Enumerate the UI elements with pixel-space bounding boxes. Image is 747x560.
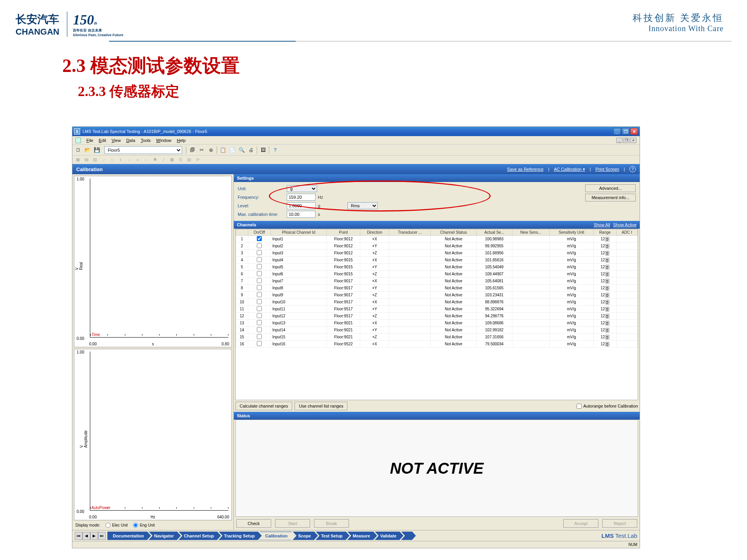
toolbar-btn-1[interactable]: 🗐 [188,146,196,154]
tb2-9[interactable]: − [142,156,150,163]
channels-table-area[interactable]: On/OffPhisical Channel IdPointDirectionT… [235,229,638,400]
tb2-3[interactable]: ▨ [91,156,99,163]
col-header[interactable]: Direction [360,229,389,236]
picture-icon[interactable]: 🖼 [259,146,267,154]
channel-onoff-checkbox[interactable] [257,243,262,248]
tab-test-setup[interactable]: Test Setup [316,532,349,540]
radio-elec-unit[interactable]: Elec Unit [105,523,128,528]
table-row[interactable]: 13 Input13Floor:9021+X Not Active109.086… [236,320,638,327]
col-header[interactable]: Channel Status [431,229,477,236]
show-active-link[interactable]: Show Active [613,222,637,227]
new-icon[interactable]: 🗋 [74,146,82,154]
level-type-select[interactable]: Rms [347,202,378,209]
tb2-13[interactable]: ☰ [177,156,184,163]
tb2-1[interactable]: ▦ [74,156,82,163]
tb2-12[interactable]: ▦ [168,156,176,163]
tb2-8[interactable]: + [134,156,142,163]
menu-window[interactable]: Window [156,138,171,143]
calib-time-input[interactable] [287,211,316,218]
tab-scope[interactable]: Scope [293,532,318,540]
doc-close-button[interactable]: × [630,138,637,143]
tb2-7[interactable]: ⟋ [125,156,133,163]
paste-icon[interactable]: 📄 [228,146,237,154]
channel-onoff-checkbox[interactable] [257,285,262,290]
section-select[interactable]: Floor5 [104,146,182,154]
doc-restore-button[interactable]: ❐ [623,138,630,143]
tab-tracking-setup[interactable]: Tracking Setup [219,532,262,540]
ac-calibration-link[interactable]: AC Calibration ▾ [554,167,585,172]
channel-onoff-checkbox[interactable] [257,341,262,346]
help-circle-icon[interactable]: ? [630,166,636,172]
table-row[interactable]: 10 Input10Floor:9517+X Not Active88.8988… [236,299,638,306]
open-icon[interactable]: 📂 [83,146,92,154]
level-input[interactable] [287,202,316,209]
cut-icon[interactable]: ✂ [197,146,206,154]
col-header[interactable]: Range [594,229,617,236]
channel-onoff-checkbox[interactable] [257,320,262,325]
channel-onoff-checkbox[interactable] [257,257,262,262]
nav-prev-button[interactable]: ◀ [82,532,90,540]
channel-onoff-checkbox[interactable] [257,313,262,318]
copy-icon[interactable]: 📋 [219,146,227,154]
unit-select[interactable]: g [287,185,317,192]
frequency-input[interactable] [287,194,316,201]
table-row[interactable]: 9 Input9Floor:9017+Z Not Active103.23431… [236,292,638,299]
table-row[interactable]: 15 Input15Floor:9021+Z Not Active107.316… [236,334,638,341]
minimize-button[interactable]: _ [613,128,621,135]
measurement-info-button[interactable]: Measurement info... [585,194,636,201]
col-header[interactable]: New Sens... [512,229,549,236]
menu-help[interactable]: Help [177,138,186,143]
tb2-2[interactable]: ▤ [82,156,90,163]
table-row[interactable]: 3 Input3Floor:9012+Z Not Active101.68956… [236,250,638,257]
break-button[interactable]: Break [314,519,349,528]
tb2-14[interactable]: ▤ [185,156,193,163]
table-row[interactable]: 5 Input5Floor:9015+Y Not Active105.54049… [236,264,638,271]
channel-onoff-checkbox[interactable] [257,327,262,332]
nav-next-button[interactable]: ▶ [90,532,98,540]
channel-onoff-checkbox[interactable] [257,278,262,283]
close-button[interactable]: ✕ [630,128,638,135]
calc-ranges-button[interactable]: Calculate channel ranges [235,402,292,410]
tab-navigator[interactable]: Navigator [149,532,181,540]
channels-table[interactable]: On/OffPhisical Channel IdPointDirectionT… [236,229,638,348]
col-header[interactable]: Transducer ... [389,229,431,236]
table-row[interactable]: 7 Input7Floor:9017+X Not Active105.64081… [236,278,638,285]
doc-minimize-button[interactable]: _ [616,138,622,143]
channel-onoff-checkbox[interactable] [257,250,262,255]
channel-onoff-checkbox[interactable] [257,334,262,339]
help-icon[interactable]: ? [271,146,279,154]
col-header[interactable]: On/Off [248,229,270,236]
chart-time[interactable]: 1.00 V Real Time 0.00 0.00 s 0.80 [74,176,232,347]
save-reference-link[interactable]: Save as Reference [507,167,544,172]
table-row[interactable]: 6 Input6Floor:9015+Z Not Active108.44907… [236,271,638,278]
channel-onoff-checkbox[interactable] [257,306,262,311]
col-header[interactable]: ADC I [616,229,637,236]
autorange-checkbox[interactable]: Autorange before Calibration [577,404,638,409]
col-header[interactable] [236,229,248,236]
check-button[interactable]: Check [236,519,271,528]
use-list-ranges-button[interactable]: Use channel list ranges [295,402,347,410]
tab-validate[interactable]: Validate [375,532,403,540]
target-icon[interactable]: ⊕ [207,146,215,154]
menu-view[interactable]: View [112,138,121,143]
advanced-button[interactable]: Advanced... [585,184,636,192]
table-row[interactable]: 1 Input1Floor:9012+X Not Active100.98983… [236,236,638,243]
tb2-10[interactable]: ✱ [151,156,159,163]
save-icon[interactable]: 💾 [93,146,101,154]
table-row[interactable]: 4 Input4Floor:9015+X Not Active101.65616… [236,257,638,264]
col-header[interactable]: Phisical Channel Id [270,229,326,236]
tb2-11[interactable]: / [160,156,167,163]
table-row[interactable]: 12 Input12Floor:9517+Z Not Active94.2987… [236,313,638,320]
table-row[interactable]: 2 Input2Floor:9012+Y Not Active99.992955… [236,243,638,250]
table-row[interactable]: 8 Input8Floor:9017+Y Not Active105.61565… [236,285,638,292]
channel-onoff-checkbox[interactable] [257,292,262,297]
tab-measure[interactable]: Measure [347,532,377,540]
print-icon[interactable]: 🖨 [247,146,255,154]
reject-button[interactable]: Reject [602,519,637,528]
menu-tools[interactable]: Tools [141,138,151,143]
channel-onoff-checkbox[interactable] [257,299,262,304]
col-header[interactable]: Point [326,229,360,236]
radio-eng-unit[interactable]: Eng Unit [133,523,154,528]
nav-last-button[interactable]: ⏭ [98,532,106,540]
col-header[interactable]: Actual Se... [477,229,512,236]
